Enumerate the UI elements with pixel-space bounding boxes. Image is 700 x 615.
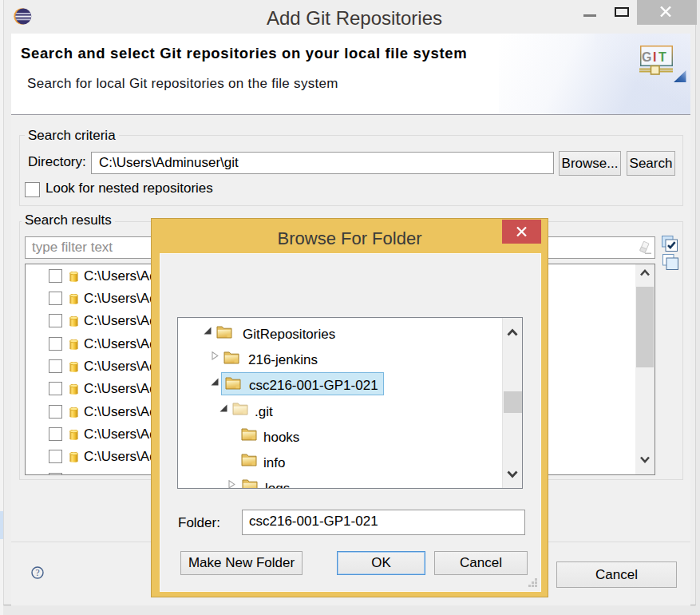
svg-text:G: G: [642, 50, 651, 64]
svg-text:I: I: [653, 50, 656, 64]
svg-text:T: T: [658, 50, 666, 64]
svg-text:?: ?: [35, 568, 39, 577]
